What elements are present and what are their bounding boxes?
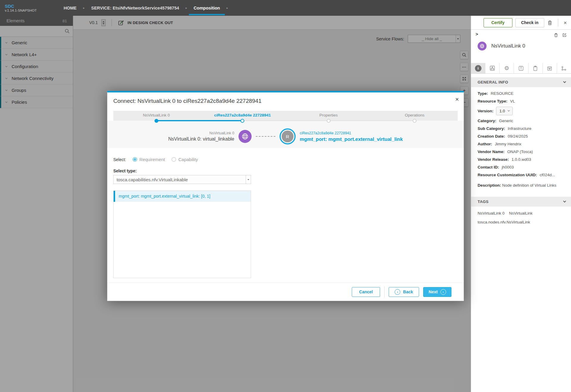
delete-service-button[interactable] bbox=[547, 20, 553, 26]
wizard-step[interactable]: Properties bbox=[286, 111, 372, 121]
collapse-panel-button[interactable]: > bbox=[476, 32, 478, 37]
next-button[interactable]: Next › bbox=[423, 287, 451, 297]
info-field: Category:Generic bbox=[478, 119, 566, 123]
general-info-section-header[interactable]: GENERAL INFO bbox=[471, 77, 571, 87]
lifecycle-actions-bar: Certify Check in × bbox=[471, 16, 571, 30]
connection-dashed-line bbox=[256, 136, 275, 137]
target-node: R bbox=[280, 128, 296, 144]
step-connector-done bbox=[156, 120, 243, 121]
tab-requirements-capabilities[interactable] bbox=[557, 63, 571, 73]
vl-icon bbox=[479, 43, 485, 49]
tab-deployment-artifacts[interactable] bbox=[528, 63, 543, 73]
info-field: Contact ID:jh0003 bbox=[478, 165, 566, 169]
radio-unselected-icon[interactable] bbox=[172, 157, 176, 162]
info-field-value: ONAP (Tosca) bbox=[507, 149, 533, 154]
modal-close-button[interactable]: × bbox=[455, 96, 459, 102]
tab-api-artifacts[interactable] bbox=[543, 63, 557, 73]
info-field-value: Jimmy Hendrix bbox=[495, 142, 521, 146]
archive-icon bbox=[547, 65, 553, 71]
info-field: Version:1.0 bbox=[478, 107, 566, 115]
info-field: Vendor Name:ONAP (Tosca) bbox=[478, 149, 566, 154]
info-field-value: cf024d... bbox=[540, 173, 555, 177]
info-field: Sub Category:Infrastructure bbox=[478, 126, 566, 131]
info-field-label: Type: bbox=[478, 91, 488, 96]
edit-component-button[interactable] bbox=[562, 33, 567, 37]
wizard-step-dot bbox=[154, 119, 158, 123]
delete-component-button[interactable] bbox=[554, 33, 558, 37]
info-field: Resource Type:VL bbox=[478, 99, 566, 103]
breadcrumb-arrow-icon: ▸ bbox=[186, 6, 187, 10]
radio-requirement[interactable]: Requirement bbox=[133, 157, 165, 162]
breadcrumb-arrow-icon: ▸ bbox=[227, 6, 228, 10]
chevron-down-icon bbox=[563, 80, 566, 83]
info-field: Vendor Release:1.0.0.wd03 bbox=[478, 157, 566, 162]
certify-button[interactable]: Certify bbox=[484, 18, 512, 27]
tab-general-info[interactable]: i bbox=[471, 63, 485, 73]
radio-selected-icon[interactable] bbox=[133, 157, 137, 162]
chevron-down-icon bbox=[508, 109, 510, 111]
wizard-step-dot bbox=[241, 119, 244, 123]
breadcrumb-item[interactable]: Composition bbox=[194, 6, 220, 10]
tag-row: tosca.nodes.nfv.NsVirtualLink bbox=[471, 220, 571, 224]
wizard-step[interactable]: Operations bbox=[372, 111, 458, 121]
tab-information-artifacts[interactable] bbox=[514, 63, 528, 73]
back-button[interactable]: ‹ Back bbox=[389, 287, 419, 297]
wizard-step[interactable]: NsVirtualLink 0 bbox=[113, 111, 200, 121]
info-field-value: Infrastructure bbox=[508, 126, 531, 131]
info-field-value: VL bbox=[510, 99, 515, 103]
next-button-label: Next bbox=[429, 289, 437, 294]
general-info-title: GENERAL INFO bbox=[478, 80, 508, 84]
modal-footer: Cancel ‹ Back Next › bbox=[107, 283, 464, 301]
tag: NsVirtualLink bbox=[509, 211, 533, 215]
connect-wizard-modal: Connect: NsVirtualLink 0 to ciRes227a2c8… bbox=[107, 91, 464, 301]
tag-row: NsVirtualLink 0NsVirtualLink bbox=[471, 211, 571, 215]
top-bar: SDC v.1.14.1-SNAPSHOT HOME▸SERVICE: Etsi… bbox=[0, 0, 571, 16]
gear-icon: ⚙ bbox=[504, 65, 509, 71]
select-row: Select: Requirement Capability bbox=[113, 157, 458, 162]
graph-icon bbox=[561, 65, 567, 71]
version-dropdown[interactable]: 1.0 bbox=[496, 107, 513, 115]
source-labels: NsVirtualLink 0 NsVirtualLink 0: virtual… bbox=[168, 131, 234, 142]
info-field-label: Author: bbox=[478, 142, 492, 146]
component-title: NsVirtualLink 0 bbox=[491, 43, 525, 49]
app-logo: SDC v.1.14.1-SNAPSHOT bbox=[0, 4, 59, 12]
cancel-button[interactable]: Cancel bbox=[352, 287, 380, 297]
type-dropdown[interactable]: tosca.capabilities.nfv.VirtualLinkable bbox=[113, 175, 251, 184]
footer-divider bbox=[384, 286, 385, 297]
radio-requirement-label: Requirement bbox=[139, 157, 165, 162]
source-node bbox=[239, 130, 252, 143]
info-field-value: jh0003 bbox=[502, 165, 514, 169]
tab-composition[interactable] bbox=[485, 63, 500, 73]
breadcrumb-item[interactable]: SERVICE: EtsiNfvNetworkService45798754 bbox=[91, 6, 179, 10]
info-square-icon bbox=[518, 65, 524, 71]
checkin-button[interactable]: Check in bbox=[515, 18, 544, 27]
chevron-right-icon: › bbox=[440, 289, 446, 295]
connection-graphic: NsVirtualLink 0 NsVirtualLink 0: virtual… bbox=[107, 121, 464, 148]
chevron-left-icon: ‹ bbox=[395, 289, 400, 295]
match-list-item[interactable]: mgmt_port: mgmt_port.external_virtual_li… bbox=[114, 191, 251, 202]
breadcrumb-item[interactable]: HOME bbox=[64, 6, 77, 10]
actions-divider bbox=[558, 19, 558, 26]
app-version: v.1.14.1-SNAPSHOT bbox=[5, 9, 59, 12]
component-description: Description: Node definition of Virtual … bbox=[478, 182, 560, 188]
radio-capability[interactable]: Capability bbox=[172, 157, 198, 162]
requirement-badge: R bbox=[282, 130, 294, 142]
select-type-label: Select type: bbox=[113, 169, 458, 173]
close-workspace-button[interactable]: × bbox=[564, 20, 567, 26]
tags-title: TAGS bbox=[478, 199, 489, 204]
info-field-label: Resource Customization UUID: bbox=[478, 173, 537, 177]
trash-icon bbox=[547, 20, 553, 26]
radio-capability-label: Capability bbox=[178, 157, 198, 162]
info-field-label: Creation Date: bbox=[478, 134, 505, 138]
modal-title: Connect: NsVirtualLink 0 to ciRes227a2c8… bbox=[113, 98, 261, 104]
tags-section-header[interactable]: TAGS bbox=[471, 197, 571, 207]
clipboard-icon bbox=[532, 65, 538, 71]
wizard-step[interactable]: ciRes227a2c8a9d4e 22728941 bbox=[200, 111, 286, 121]
modal-header: Connect: NsVirtualLink 0 to ciRes227a2c8… bbox=[107, 92, 464, 109]
close-icon: × bbox=[564, 20, 567, 26]
tab-properties[interactable]: ⚙ bbox=[500, 63, 514, 73]
select-label: Select: bbox=[113, 157, 126, 162]
info-field-label: Resource Type: bbox=[478, 99, 507, 103]
info-field: Author:Jimmy Hendrix bbox=[478, 142, 566, 146]
tag: NsVirtualLink 0 bbox=[478, 211, 505, 215]
